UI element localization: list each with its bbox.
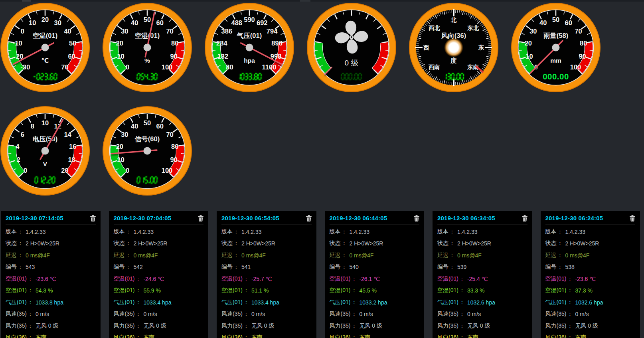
row-value: 1.4.2.33	[565, 229, 586, 235]
row-label: 风向(36)	[330, 334, 351, 338]
row-label: 空温(01)	[330, 275, 351, 283]
delete-button[interactable]	[414, 215, 419, 221]
delete-button[interactable]	[522, 215, 527, 221]
row-value: 东南	[251, 334, 263, 338]
svg-text:50: 50	[69, 40, 76, 47]
row-value: 0 ms@4F	[241, 252, 266, 259]
row-separator: ：	[135, 334, 141, 338]
card-row: 气压(01)：1033.2 hpa	[330, 296, 420, 308]
card-row: 空湿(01)：33.3 %	[437, 285, 527, 297]
row-label: 风向(36)	[6, 334, 27, 338]
row-label: 空湿(01)	[545, 287, 567, 294]
row-separator: ：	[351, 322, 357, 330]
needle-hub	[144, 147, 151, 155]
svg-text:70: 70	[166, 28, 173, 35]
card-row: 状态：2 H>0W>25R	[437, 238, 527, 250]
row-separator: ：	[459, 334, 465, 338]
row-value: 2 H>0W>25R	[457, 240, 491, 247]
row-separator: ：	[449, 240, 455, 247]
row-separator: ：	[135, 287, 141, 294]
row-label: 风向(36)	[437, 334, 458, 338]
trash-icon	[414, 215, 419, 221]
row-value: 1.4.2.33	[26, 229, 46, 235]
row-value: 2 H>0W>25R	[565, 240, 599, 247]
row-label: 风力(35)	[437, 322, 458, 330]
svg-text:0: 0	[24, 167, 27, 174]
svg-text:℃: ℃	[41, 57, 49, 64]
row-value: 0 ms@4F	[26, 252, 50, 259]
row-separator: ：	[28, 334, 33, 338]
trash-icon	[198, 215, 203, 221]
card-row: 延迟：0 ms@4F	[437, 249, 527, 261]
svg-text:90: 90	[170, 53, 177, 60]
row-label: 气压(01)	[221, 299, 243, 306]
row-value: 540	[350, 264, 359, 270]
svg-text:284: 284	[216, 40, 227, 47]
svg-text:40: 40	[64, 28, 71, 35]
reading-card: 2019-12-30 07:04:05版本：1.4.2.33状态：2 H>0W>…	[109, 211, 209, 338]
svg-text:590: 590	[244, 16, 255, 23]
row-separator: ：	[567, 287, 573, 294]
svg-text:10: 10	[525, 53, 533, 60]
row-label: 空温(01)	[114, 275, 135, 283]
row-value: 东南	[36, 334, 47, 338]
row-value: -26.1 ℃	[359, 276, 380, 282]
svg-text:60: 60	[156, 19, 164, 26]
row-label: 状态	[545, 240, 557, 247]
svg-text:488: 488	[231, 19, 242, 26]
row-label: 延迟	[330, 252, 341, 259]
row-value: 0 ms@4F	[565, 252, 590, 259]
gauge-signal: 0102030405060708090100信号(60)	[103, 106, 192, 196]
card-row: 延迟：0 ms@4F	[6, 249, 96, 261]
delete-button[interactable]	[306, 215, 312, 221]
row-separator: ：	[449, 263, 455, 271]
row-value: 0 m/s	[143, 311, 157, 317]
svg-text:90: 90	[170, 156, 177, 163]
row-separator: ：	[126, 228, 131, 235]
row-value: 1033.8 hpa	[36, 299, 63, 306]
delete-button[interactable]	[198, 215, 203, 221]
row-label: 风速(35)	[330, 310, 351, 318]
delete-button[interactable]	[90, 215, 96, 221]
card-row: 状态：2 H>0W>25R	[221, 238, 312, 250]
card-row: 空温(01)：-23.6 ℃	[6, 273, 96, 285]
row-value: 54.3 %	[36, 287, 53, 294]
card-row: 版本：1.4.2.33	[545, 226, 636, 238]
row-label: 版本	[330, 228, 341, 235]
delete-button[interactable]	[630, 215, 635, 221]
row-label: 风力(35)	[330, 322, 351, 330]
card-row: 气压(01)：1033.4 hpa	[114, 296, 204, 308]
row-label: 空湿(01)	[437, 287, 458, 294]
card-row: 延迟：0 ms@4F	[114, 249, 204, 261]
svg-text:16: 16	[69, 143, 76, 150]
top-tab	[22, 0, 31, 2]
gauge-air-temperature: -30-20-10010203040506070空温(01)℃	[0, 3, 90, 92]
card-row: 编号：543	[6, 261, 96, 273]
svg-text:60: 60	[68, 53, 75, 60]
svg-text:70: 70	[61, 63, 68, 71]
reading-card: 2019-12-30 06:24:05版本：1.4.2.33状态：2 H>0W>…	[541, 211, 640, 338]
card-header: 2019-12-30 07:04:05	[114, 213, 204, 225]
svg-text:西南: 西南	[429, 64, 440, 70]
row-separator: ：	[557, 240, 563, 247]
row-label: 气压(01)	[545, 299, 567, 306]
cards-row: 2019-12-30 07:14:05版本：1.4.2.33状态：2 H>0W>…	[1, 211, 640, 338]
card-row: 延迟：0 ms@4F	[221, 249, 312, 261]
row-separator: ：	[567, 275, 573, 283]
row-separator: ：	[567, 322, 573, 330]
trash-icon	[306, 215, 312, 221]
row-value: -23.6 ℃	[575, 276, 596, 282]
row-label: 风速(35)	[545, 310, 567, 318]
reading-card: 2019-12-30 07:14:05版本：1.4.2.33状态：2 H>0W>…	[1, 211, 101, 338]
card-header: 2019-12-30 06:24:05	[545, 213, 636, 225]
row-label: 空湿(01)	[221, 287, 243, 294]
row-separator: ：	[243, 287, 249, 294]
svg-text:100: 100	[570, 63, 581, 71]
row-separator: ：	[233, 252, 239, 259]
card-timestamp: 2019-12-30 06:34:05	[437, 215, 495, 221]
card-row: 风速(35)：0 m/s	[221, 308, 312, 320]
svg-text:896: 896	[271, 40, 282, 47]
card-row: 状态：2 H>0W>25R	[6, 238, 96, 250]
svg-text:雨量(58): 雨量(58)	[543, 32, 568, 39]
row-separator: ：	[351, 310, 357, 318]
